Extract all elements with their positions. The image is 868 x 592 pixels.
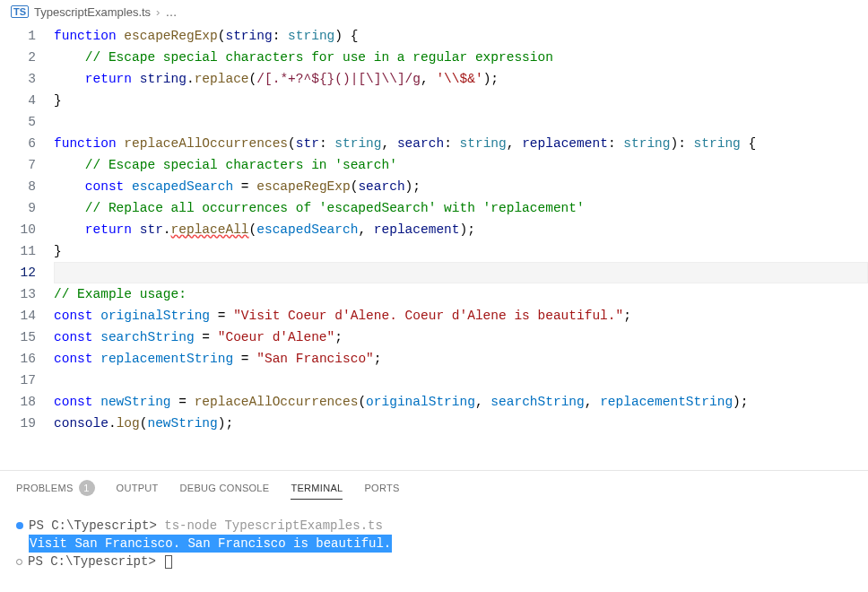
code-line[interactable] — [54, 111, 868, 133]
line-number: 6 — [0, 133, 36, 154]
token-default — [54, 50, 85, 65]
code-line[interactable]: return string.replace(/[.*+?^${}()|[\]\\… — [54, 68, 868, 90]
token-punc: } — [54, 244, 62, 258]
code-line[interactable]: const searchString = "Coeur d'Alene"; — [54, 326, 868, 348]
token-punc: ): — [671, 136, 694, 151]
token-punc: : — [319, 136, 334, 151]
token-punc: ; — [334, 330, 343, 344]
token-punc: ); — [218, 416, 233, 431]
line-number: 14 — [0, 305, 36, 326]
terminal-line: PS C:\Typescript> — [16, 553, 852, 570]
code-line[interactable]: function replaceAllOccurrences(str: stri… — [54, 133, 868, 154]
token-punc: ( — [249, 72, 257, 86]
token-punc: , — [507, 136, 522, 151]
token-punc: = — [233, 352, 256, 366]
line-number: 3 — [0, 68, 36, 90]
token-var: escapedSearch — [256, 222, 358, 237]
token-punc: = — [195, 330, 218, 344]
token-punc: { — [741, 136, 756, 151]
token-punc: : — [444, 136, 459, 151]
terminal-output[interactable]: PS C:\Typescript> ts-node TypescriptExam… — [0, 508, 868, 579]
code-line[interactable]: } — [54, 240, 868, 262]
token-punc: , — [358, 222, 373, 237]
token-punc: = — [233, 179, 256, 194]
terminal-line: PS C:\Typescript> ts-node TypescriptExam… — [16, 517, 852, 535]
code-line[interactable]: console.log(newString); — [54, 413, 868, 434]
code-line[interactable]: // Escape special characters for use in … — [54, 47, 868, 68]
tab-output[interactable]: OUTPUT — [117, 483, 159, 500]
line-number: 7 — [0, 154, 36, 176]
token-param: string — [225, 29, 272, 43]
token-keyword: const — [54, 330, 100, 344]
token-keyword: function — [54, 136, 124, 151]
problems-count-badge: 1 — [79, 480, 95, 496]
code-line[interactable] — [54, 370, 868, 391]
tab-debug-label: DEBUG CONSOLE — [180, 483, 270, 493]
breadcrumb[interactable]: TS TypescriptExamples.ts › … — [0, 0, 868, 23]
breadcrumb-filename[interactable]: TypescriptExamples.ts — [34, 5, 151, 19]
code-line[interactable]: // Escape special characters in 'search' — [54, 154, 868, 176]
token-var: newString — [147, 416, 217, 431]
tab-problems-label: PROBLEMS — [16, 483, 74, 493]
token-punc: , — [475, 395, 490, 409]
token-punc: ); — [405, 179, 421, 194]
code-line[interactable]: // Replace all occurrences of 'escapedSe… — [54, 197, 868, 219]
token-type: string — [694, 136, 741, 151]
code-line[interactable]: const newString = replaceAllOccurrences(… — [54, 391, 868, 413]
line-number: 18 — [0, 391, 36, 413]
token-punc: . — [163, 222, 171, 237]
token-func: escapeRegExp — [256, 179, 350, 194]
code-line[interactable]: const escapedSearch = escapeRegExp(searc… — [54, 176, 868, 197]
code-line[interactable]: function escapeRegExp(string: string) { — [54, 25, 868, 47]
token-punc: : — [608, 136, 623, 151]
breadcrumb-trailing[interactable]: … — [165, 5, 177, 19]
line-number: 8 — [0, 176, 36, 197]
line-number: 12 — [0, 262, 36, 283]
token-punc: . — [108, 416, 117, 431]
token-var: originalString — [366, 395, 475, 409]
token-default — [54, 72, 85, 86]
token-default — [54, 201, 85, 215]
tab-problems[interactable]: PROBLEMS 1 — [16, 480, 95, 502]
tab-debug-console[interactable]: DEBUG CONSOLE — [180, 483, 270, 500]
code-line[interactable] — [54, 262, 868, 283]
code-line[interactable]: return str.replaceAll(escapedSearch, rep… — [54, 219, 868, 240]
token-punc: = — [210, 309, 233, 323]
token-string: "Visit Coeur d'Alene. Coeur d'Alene is b… — [233, 309, 623, 323]
token-param: search — [397, 136, 444, 151]
token-func: log — [117, 416, 140, 431]
code-line[interactable]: } — [54, 90, 868, 111]
token-param: str — [296, 136, 319, 151]
token-comment: // Escape special characters in 'search' — [85, 158, 397, 172]
line-number: 19 — [0, 413, 36, 434]
code-line[interactable]: const replacementString = "San Francisco… — [54, 348, 868, 370]
token-keyword: function — [54, 29, 124, 43]
token-keyword: return — [85, 72, 140, 86]
token-punc: = — [171, 395, 195, 409]
code-area[interactable]: function escapeRegExp(string: string) { … — [54, 25, 868, 434]
tab-terminal[interactable]: TERMINAL — [291, 483, 343, 500]
tab-terminal-label: TERMINAL — [291, 483, 343, 493]
terminal-cursor — [165, 555, 172, 569]
token-punc: , — [382, 136, 397, 151]
line-number: 2 — [0, 47, 36, 68]
tab-ports[interactable]: PORTS — [364, 483, 399, 500]
token-param: console — [54, 416, 108, 431]
token-type: string — [334, 136, 381, 151]
token-comment: // Replace all occurrences of 'escapedSe… — [85, 201, 585, 215]
token-punc: ) { — [334, 29, 358, 43]
token-var: originalString — [100, 309, 210, 323]
token-var: searchString — [490, 395, 584, 409]
token-string: "Coeur d'Alene" — [218, 330, 335, 344]
token-punc: ); — [460, 222, 475, 237]
code-line[interactable]: const originalString = "Visit Coeur d'Al… — [54, 305, 868, 326]
token-default — [54, 158, 85, 172]
token-punc: } — [54, 93, 62, 108]
terminal-inactive-indicator — [16, 559, 22, 565]
token-type: string — [288, 29, 334, 43]
token-punc: . — [187, 72, 195, 86]
token-var: searchString — [100, 330, 194, 344]
code-line[interactable]: // Example usage: — [54, 283, 868, 305]
code-editor[interactable]: 12345678910111213141516171819 function e… — [0, 23, 868, 434]
token-func: replaceAllOccurrences — [124, 136, 288, 151]
